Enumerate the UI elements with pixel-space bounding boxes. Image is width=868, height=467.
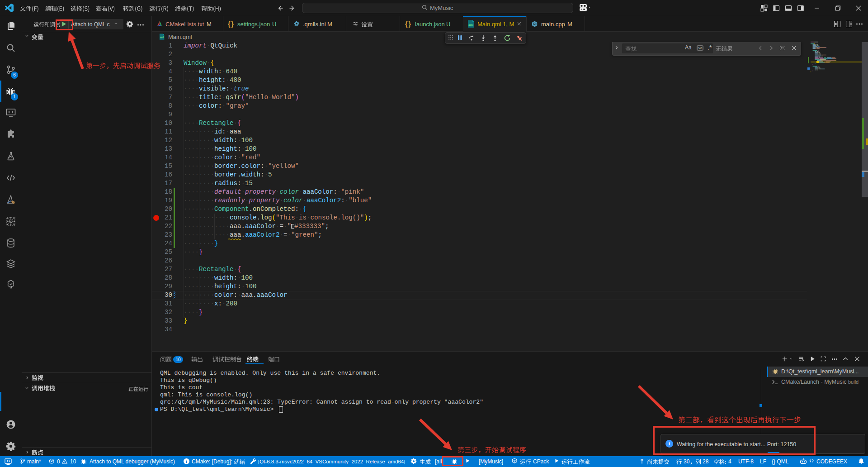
svg-text:W: W	[698, 46, 702, 50]
